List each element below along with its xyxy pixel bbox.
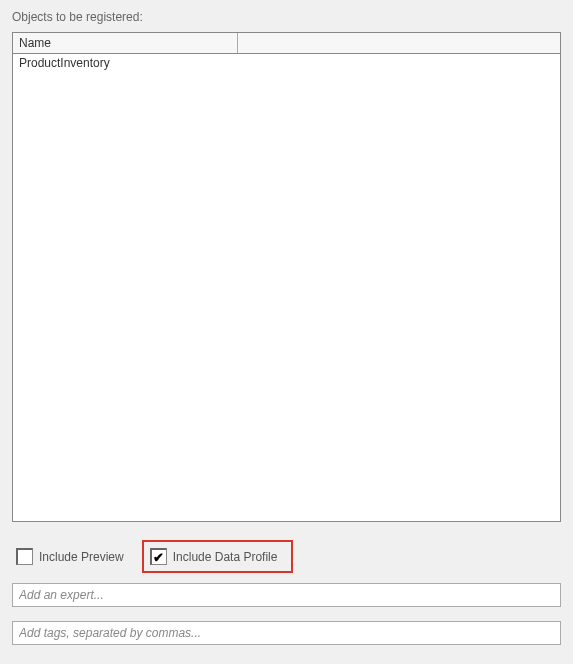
include-data-profile-group: ✔ Include Data Profile	[142, 540, 294, 573]
column-header-empty	[238, 33, 560, 53]
add-expert-input[interactable]	[12, 583, 561, 607]
include-preview-group: Include Preview	[12, 544, 132, 569]
table-header: Name	[13, 33, 560, 54]
options-row: Include Preview ✔ Include Data Profile	[12, 540, 561, 573]
include-data-profile-checkbox[interactable]: ✔	[150, 548, 167, 565]
include-data-profile-label[interactable]: Include Data Profile	[173, 550, 278, 564]
objects-section-label: Objects to be registered:	[12, 10, 561, 24]
include-preview-label[interactable]: Include Preview	[39, 550, 124, 564]
objects-table: Name ProductInventory	[12, 32, 561, 522]
add-tags-input[interactable]	[12, 621, 561, 645]
column-header-name[interactable]: Name	[13, 33, 238, 53]
table-cell-name: ProductInventory	[13, 54, 238, 72]
checkmark-icon: ✔	[153, 551, 164, 564]
table-body: ProductInventory	[13, 54, 560, 72]
table-row[interactable]: ProductInventory	[13, 54, 560, 72]
include-preview-checkbox[interactable]	[16, 548, 33, 565]
